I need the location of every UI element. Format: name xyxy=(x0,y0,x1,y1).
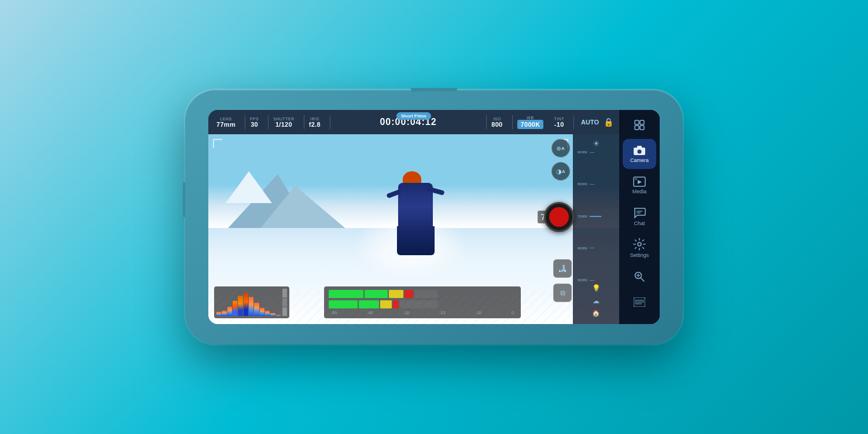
record-button-container[interactable] xyxy=(544,202,574,232)
hist-bar-4 xyxy=(233,301,237,316)
iso-param: ISO 800 xyxy=(491,117,502,128)
camera-viewfinder: Short Films LENS 77mm FPS 30 SHUTTER 1/1… xyxy=(208,110,619,324)
focus-circle-icon: ◎ xyxy=(557,146,561,151)
svg-rect-0 xyxy=(635,120,639,124)
audio-green-2 xyxy=(329,300,358,308)
sidebar-item-media[interactable]: Media xyxy=(623,170,656,200)
media-icon xyxy=(633,176,646,187)
wb-indoor-icon: 🏠 xyxy=(592,310,600,317)
wb-tick-label-6000: 6000K xyxy=(578,247,587,250)
divider-2 xyxy=(268,115,269,129)
wb-scale-panel: ☀ 9000K 8000K 7000K xyxy=(573,134,619,324)
wb-tick-8000: 8000K xyxy=(578,182,594,186)
audio-empty-1 xyxy=(414,290,437,298)
lens-label: LENS xyxy=(220,117,231,121)
hist-zebra xyxy=(282,289,287,316)
audio-empty-2 xyxy=(400,300,437,308)
iris-label: IRIS xyxy=(310,117,319,121)
wb-tick-5000: 5000K xyxy=(578,278,594,282)
audio-label-15: -15 xyxy=(439,311,445,315)
iso-label: ISO xyxy=(493,117,501,121)
view-toggle-button[interactable] xyxy=(627,115,652,135)
exposure-icon: ◑ xyxy=(556,168,562,175)
sidebar-item-camera[interactable]: Camera xyxy=(623,139,656,169)
iso-value: 800 xyxy=(491,121,502,128)
tint-label: TINT xyxy=(554,117,564,121)
camera-tab-label: Camera xyxy=(630,157,649,163)
zoom-search-button[interactable] xyxy=(629,266,650,287)
hist-bar-7 xyxy=(249,297,253,316)
svg-rect-3 xyxy=(640,126,644,130)
audio-label-0: 0 xyxy=(512,311,514,315)
divider-3 xyxy=(304,115,304,129)
audio-channel-2 xyxy=(329,300,516,308)
scene-button-area: 🏞 xyxy=(553,259,572,278)
focus-af-button[interactable]: ◎ A xyxy=(551,139,570,157)
wb-tick-line-9000 xyxy=(590,152,594,153)
scene-button[interactable]: 🏞 xyxy=(553,259,572,278)
caption-button[interactable]: ⊟ xyxy=(553,284,572,302)
shutter-value: 1/120 xyxy=(275,121,292,128)
audio-meter-panel: -50 -40 -20 -15 -10 0 xyxy=(324,286,521,318)
sidebar-item-chat[interactable]: Chat xyxy=(623,201,656,231)
svg-rect-2 xyxy=(635,126,639,130)
settings-icon xyxy=(633,238,646,251)
preset-label[interactable]: Short Films xyxy=(396,112,431,120)
wb-tick-label-5000: 5000K xyxy=(578,278,587,282)
skier-legs xyxy=(397,226,435,255)
svg-rect-7 xyxy=(643,149,645,150)
divider-6 xyxy=(512,115,513,129)
audio-label-10: -10 xyxy=(476,311,481,315)
svg-rect-9 xyxy=(635,178,637,180)
fps-param: FPS 30 xyxy=(250,117,259,128)
mountain-snow xyxy=(226,171,272,203)
wb-tick-7000: 7000K xyxy=(578,215,601,218)
zoom-icon xyxy=(634,271,645,282)
subtitle-list-button[interactable] xyxy=(629,292,650,312)
hist-bar-8 xyxy=(254,303,259,317)
audio-red-1 xyxy=(404,290,413,298)
tint-param: TINT -10 xyxy=(554,117,564,128)
wb-param: WB 7000K xyxy=(517,116,544,129)
wb-tick-label-7000: 7000K xyxy=(578,215,587,218)
wb-sun-top-icon: ☀ xyxy=(593,139,600,148)
hist-bar-1 xyxy=(216,312,221,316)
skier xyxy=(381,171,450,264)
focus-a-label: A xyxy=(561,146,565,151)
wb-tick-6000: 6000K xyxy=(578,247,594,250)
hud-bar: Short Films LENS 77mm FPS 30 SHUTTER 1/1… xyxy=(208,110,619,134)
wb-tick-line-5000 xyxy=(590,280,594,281)
audio-yellow-2 xyxy=(380,300,392,308)
phone-top-button xyxy=(411,88,457,91)
wb-value[interactable]: 7000K xyxy=(517,120,544,129)
exposure-button[interactable]: ◑ A xyxy=(551,162,570,181)
audio-label-20: -20 xyxy=(403,311,409,315)
app-sidebar: Camera Media Chat xyxy=(619,110,660,324)
caption-button-area: ⊟ xyxy=(553,284,572,302)
audio-scale-labels: -50 -40 -20 -15 -10 0 xyxy=(329,311,516,315)
chat-icon xyxy=(633,207,646,219)
svg-point-12 xyxy=(638,242,641,246)
hist-bar-6 xyxy=(244,293,248,316)
record-dot xyxy=(549,207,569,227)
wb-tick-9000: 9000K xyxy=(578,150,594,154)
fps-value: 30 xyxy=(251,121,258,128)
sidebar-item-settings[interactable]: Settings xyxy=(623,233,656,263)
audio-green-1 xyxy=(329,290,363,298)
hist-bar-12 xyxy=(276,315,281,316)
extra-controls xyxy=(629,266,650,312)
fps-label: FPS xyxy=(250,117,259,121)
svg-line-14 xyxy=(641,278,644,281)
camera-icon xyxy=(633,145,646,156)
divider-5 xyxy=(486,115,487,129)
chat-tab-label: Chat xyxy=(634,220,645,226)
phone-frame: Short Films LENS 77mm FPS 30 SHUTTER 1/1… xyxy=(185,90,683,344)
audio-label-40: -40 xyxy=(367,311,373,315)
audio-channel-1 xyxy=(329,290,516,298)
record-button[interactable] xyxy=(544,202,574,232)
auto-label[interactable]: AUTO xyxy=(581,119,599,126)
histogram-panel xyxy=(214,286,289,318)
wb-label: WB xyxy=(527,116,534,120)
iris-param: IRIS f2.8 xyxy=(309,117,321,128)
frame-corner-br xyxy=(559,310,568,319)
